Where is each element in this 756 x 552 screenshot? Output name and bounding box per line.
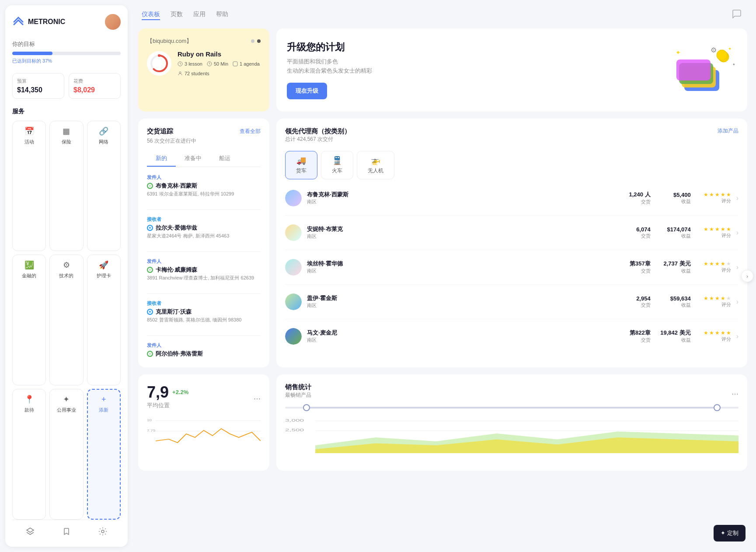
tab-new[interactable]: 新的 [147, 151, 176, 167]
shipment-item-4: 接收者 ● 克里斯汀·沃森 8502 普雷斯顿路, 英格尔伍德, 缅因州 983… [147, 300, 261, 323]
budget-value: $14,350 [17, 86, 59, 94]
agent-list: 布鲁克林·西蒙斯 南区 1,240 人 交货 $5,400 收益 [285, 186, 739, 348]
agent-rev-value-3: 2,737 美元 [656, 260, 691, 268]
tab-shipping[interactable]: 船运 [210, 151, 239, 167]
stat-header: 7,9 +2.2% 平均位置 ⋯ [147, 383, 261, 415]
agent-title-text: 领先代理商（按类别） [285, 127, 351, 136]
user-avatar[interactable] [105, 14, 121, 30]
chat-icon[interactable] [732, 9, 742, 21]
truck-icon: 🚚 [296, 156, 306, 165]
shipment-addr-2: 星家大道2464号 梅萨, 新泽西州 45463 [147, 233, 261, 239]
hospitality-label: 款待 [24, 407, 34, 413]
course-duration: 50 Min [207, 61, 228, 66]
tech-label: 技术的 [59, 273, 73, 279]
bookmark-icon[interactable] [62, 527, 71, 538]
add-service-button[interactable]: + 添新 [87, 389, 121, 520]
agent-region-1: 南区 [307, 199, 615, 205]
sender-dot-3: ○ [147, 351, 153, 357]
utility-icon: ✦ [63, 395, 70, 404]
divider-4 [147, 335, 261, 336]
stat-change: +2.2% [172, 389, 188, 395]
tab-train[interactable]: 🚆 火车 [321, 151, 353, 179]
shipment-role-3: 发件人 [147, 258, 261, 265]
svg-text:3,000: 3,000 [285, 418, 304, 423]
bottom-row: 7,9 +2.2% 平均位置 ⋯ 10 7.75 [138, 374, 747, 471]
course-info: Ruby on Rails 3 lesson 50 Min [147, 50, 261, 76]
slider-left-handle[interactable] [303, 404, 310, 411]
service-care[interactable]: 🚀 护理卡 [87, 255, 121, 385]
scroll-right-arrow[interactable]: › [741, 270, 753, 282]
agent-avatar-4 [285, 293, 302, 310]
service-finance[interactable]: 💹 金融的 [12, 255, 46, 385]
agent-trans-label-3: 交货 [620, 268, 651, 274]
budget-card: 预算 $14,350 [12, 73, 64, 99]
nav-apps[interactable]: 应用 [193, 10, 206, 20]
shipment-item-3: 发件人 ○ 卡梅伦·威廉姆森 3891 Ranchview 理查森博士, 加利福… [147, 258, 261, 281]
tab-preparing[interactable]: 准备中 [176, 151, 210, 167]
shipment-item-1: 发件人 ○ 布鲁克林·西蒙斯 6391 埃尔金圣塞莱斯廷, 特拉华州 10299 [147, 174, 261, 197]
service-activity[interactable]: 📅 活动 [12, 121, 46, 251]
settings-icon[interactable] [98, 527, 107, 538]
slider-right-handle[interactable] [714, 404, 721, 411]
stat-label: 平均位置 [147, 402, 188, 409]
agent-subtitle: 总计 424,567 次交付 [285, 136, 351, 143]
tracking-card: 交货追踪 查看全部 56 次交付正在进行中 新的 准备中 船运 发件人 ○ 布鲁… [138, 119, 269, 367]
view-all-button[interactable]: 查看全部 [240, 128, 261, 135]
agent-trans-label-4: 交货 [620, 302, 651, 308]
arrow-icon-4[interactable]: › [736, 298, 739, 306]
nav-dashboard[interactable]: 仪表板 [142, 10, 160, 20]
agent-info-3: 埃丝特·霍华德 南区 [307, 260, 615, 274]
agent-name-3: 埃丝特·霍华德 [307, 260, 615, 268]
activity-label: 活动 [24, 139, 34, 145]
service-utility[interactable]: ✦ 公用事业 [49, 389, 83, 520]
tracking-subtitle: 56 次交付正在进行中 [147, 137, 261, 145]
agent-avatar-5 [285, 328, 302, 345]
finance-icon: 💹 [24, 260, 34, 270]
shipment-addr-3: 3891 Ranchview 理查森博士, 加利福尼亚州 62639 [147, 275, 261, 281]
arrow-icon-2[interactable]: › [736, 229, 739, 237]
arrow-icon-3[interactable]: › [736, 263, 739, 271]
layers-icon[interactable] [26, 527, 35, 538]
customize-button[interactable]: ✦ 定制 [714, 525, 746, 542]
sender-dot-1: ○ [147, 183, 153, 189]
sales-more-icon[interactable]: ⋯ [732, 390, 739, 398]
tab-truck[interactable]: 🚚 货车 [285, 151, 317, 179]
shipment-item-5: 发件人 ○ 阿尔伯特·弗洛雷斯 [147, 342, 261, 359]
service-network[interactable]: 🔗 网络 [87, 121, 121, 251]
network-icon: 🔗 [99, 126, 108, 136]
tab-drone[interactable]: 🚁 无人机 [357, 151, 394, 179]
agent-row-3: 埃丝特·霍华德 南区 第357章 交货 2,737 美元 收益 [285, 255, 739, 279]
service-tech[interactable]: ⚙ 技术的 [49, 255, 83, 385]
sales-slider[interactable] [285, 407, 739, 409]
course-url: 【biqubiqu.com】 [147, 37, 261, 45]
utility-label: 公用事业 [57, 407, 76, 413]
arrow-icon-5[interactable]: › [736, 332, 739, 340]
services-grid: 📅 活动 ▦ 保险 🔗 网络 💹 金融的 ⚙ 技术的 🚀 护理卡 📍 款待 ✦ [12, 121, 121, 520]
agent-transactions-3: 第357章 [620, 260, 651, 268]
agent-name-1: 布鲁克林·西蒙斯 [307, 191, 615, 199]
agent-row-4: 盖伊·霍金斯 南区 2,954 交货 $59,634 收益 [285, 290, 739, 314]
shipment-role-1: 发件人 [147, 174, 261, 181]
care-icon: 🚀 [99, 260, 108, 270]
agent-region-4: 南区 [307, 302, 615, 309]
upgrade-button[interactable]: 现在升级 [287, 83, 327, 99]
upgrade-desc: 平面描图和我们多色 生动的未混合紫色头发女士的精彩 [287, 57, 372, 76]
svg-rect-6 [233, 62, 237, 66]
add-product-button[interactable]: 添加产品 [718, 127, 739, 135]
nav-pages[interactable]: 页数 [171, 10, 183, 20]
agent-rating-4: ★★★★★ 评分 [696, 295, 731, 308]
nav-help[interactable]: 帮助 [216, 10, 228, 20]
arrow-icon-1[interactable]: › [736, 194, 739, 202]
upgrade-text: 升级您的计划 平面描图和我们多色 生动的未混合紫色头发女士的精彩 现在升级 [287, 41, 372, 99]
divider-1 [147, 210, 261, 210]
service-insurance[interactable]: ▦ 保险 [49, 121, 83, 251]
svg-point-14 [717, 50, 727, 60]
stat-more-icon[interactable]: ⋯ [254, 395, 261, 403]
service-hospitality[interactable]: 📍 款待 [12, 389, 46, 520]
stars-1: ★★★★★ [704, 192, 731, 198]
agent-trans-label-2: 交货 [620, 233, 651, 239]
shipment-name-3: ○ 卡梅伦·威廉姆森 [147, 266, 261, 274]
course-logo [147, 51, 171, 76]
sales-title-group: 销售统计 最畅销产品 [285, 383, 311, 405]
shipment-name-1: ○ 布鲁克林·西蒙斯 [147, 182, 261, 190]
